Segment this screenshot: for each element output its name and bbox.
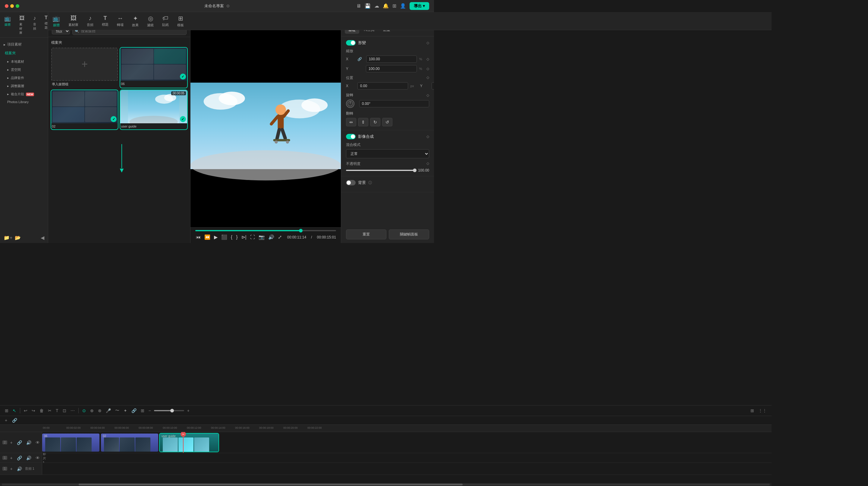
blend-label: 混合模式: [346, 142, 429, 147]
scale-y-input[interactable]: [366, 65, 417, 72]
media-item-userguide[interactable]: 00:00:05 ✓ user guide: [120, 90, 187, 129]
export-button[interactable]: 導出 ▾: [410, 2, 429, 10]
opacity-diamond[interactable]: ◇: [427, 161, 429, 166]
top-tab-effect[interactable]: ✦ 效果: [128, 12, 143, 30]
media-item-02[interactable]: ✓ 02: [51, 90, 118, 129]
lock-icon[interactable]: 🔗: [358, 57, 362, 61]
pos-y-input[interactable]: [432, 82, 434, 90]
skip-back-button[interactable]: ⏮: [195, 234, 201, 241]
maximize-button[interactable]: [16, 4, 19, 8]
background-title: 背景 ⓘ: [346, 180, 372, 185]
rotation-wheel[interactable]: [346, 99, 354, 108]
user-avatar[interactable]: 👤: [400, 3, 406, 9]
svg-point-17: [275, 141, 278, 144]
step-back-button[interactable]: ⏪: [204, 234, 211, 241]
rotation-diamond[interactable]: ◇: [427, 93, 429, 97]
scale-y-unit: %: [419, 67, 424, 70]
more-controls-button[interactable]: ⤢: [277, 234, 282, 241]
pos-x-input[interactable]: [358, 82, 408, 90]
tab-audio[interactable]: ♪ 音頻: [29, 14, 40, 36]
rotate-ccw-button[interactable]: ↺: [382, 118, 393, 126]
preview-panel: 播放器 最高品質 🖼: [190, 12, 341, 243]
label-ug: user guide: [120, 123, 187, 129]
scale-y-diamond[interactable]: ◇: [427, 67, 429, 71]
fullscreen-button[interactable]: ⛶: [250, 234, 255, 241]
mark-out-button[interactable]: }: [236, 234, 238, 241]
top-media-icon: 📺: [53, 15, 60, 22]
progress-bar[interactable]: [195, 230, 336, 231]
audio-button[interactable]: 🔊: [268, 234, 275, 241]
right-footer: 重置 關鍵幀面板: [341, 226, 434, 243]
background-toggle[interactable]: [346, 180, 355, 185]
top-tab-sticker[interactable]: 🏷 貼紙: [158, 12, 173, 30]
import-drop-zone[interactable]: +: [51, 48, 118, 81]
nav-item-cloud[interactable]: ▸ 雲空間: [0, 66, 48, 74]
rotation-input[interactable]: [359, 100, 429, 107]
cloud-icon[interactable]: ☁: [374, 3, 379, 9]
minimize-button[interactable]: [10, 4, 14, 8]
progress-knob[interactable]: [299, 229, 303, 233]
nav-item-composite[interactable]: ▸ 複合片段 NEW: [0, 90, 48, 98]
top-tab-assets[interactable]: 🖼 素材庫: [64, 12, 83, 30]
import-folder-icon[interactable]: 📂: [15, 235, 21, 241]
chevron-right-icon: ▸: [7, 84, 9, 88]
media-item-import[interactable]: + 導入媒體檔: [51, 48, 118, 88]
transform-diamond[interactable]: ◇: [427, 41, 429, 45]
mark-in-button[interactable]: {: [230, 234, 233, 241]
position-diamond[interactable]: ◇: [427, 75, 429, 81]
thumb-ug: 00:00:05 ✓: [120, 90, 187, 123]
close-button[interactable]: [5, 4, 8, 8]
tab-assets[interactable]: 🖼 素材庫: [15, 14, 29, 36]
flip-vertical-button[interactable]: ⇕: [358, 118, 368, 126]
pos-x-unit: px: [410, 84, 415, 88]
thumb-02: ✓: [51, 90, 118, 123]
top-tab-template[interactable]: ⊞ 模板: [173, 12, 188, 30]
media-item-06[interactable]: ✓ 06: [120, 48, 187, 88]
opacity-slider[interactable]: [346, 170, 415, 171]
rotation-section: 旋轉 ◇: [346, 93, 429, 108]
rotate-cw-button[interactable]: ↻: [370, 118, 380, 126]
monitor-icon[interactable]: 🖥: [356, 3, 361, 9]
save-icon[interactable]: 💾: [365, 3, 371, 9]
add-folder-icon[interactable]: 📁+: [4, 235, 12, 241]
composite-toggle[interactable]: [346, 134, 355, 139]
reset-button[interactable]: 重置: [346, 230, 386, 239]
titlebar-center: 未命名專案 ⊙: [204, 3, 230, 9]
top-media-toolbar: 📺 媒體 🖼 素材庫 ♪ 音頻 T 標題 ↔ 轉場 ✦ 效果 ◎ 濾鏡 🏷: [48, 12, 434, 30]
opacity-section: 不透明度 ◇ 100.00: [346, 161, 429, 173]
snapshot-button[interactable]: 📷: [258, 234, 265, 241]
new-badge: NEW: [26, 93, 34, 96]
top-tab-media[interactable]: 📺 媒體: [48, 12, 64, 30]
scale-x-input[interactable]: [366, 56, 417, 63]
top-tab-title[interactable]: T 標題: [98, 12, 113, 30]
scale-x-diamond[interactable]: ◇: [427, 57, 429, 61]
top-tab-transition[interactable]: ↔ 轉場: [113, 12, 128, 30]
collapse-icon[interactable]: ◀: [41, 235, 44, 241]
nav-folder[interactable]: 檔案夾: [0, 49, 48, 58]
flip-horizontal-button[interactable]: ⇔: [346, 118, 356, 126]
nav-item-adjust[interactable]: ▸ 調整圖層: [0, 82, 48, 90]
top-tab-audio[interactable]: ♪ 音頻: [83, 12, 98, 30]
composite-diamond[interactable]: ◇: [427, 134, 429, 139]
insert-button[interactable]: ⊳|: [241, 234, 247, 241]
transform-toggle[interactable]: [346, 40, 355, 45]
nav-section-project[interactable]: ▸ 項目素材: [0, 40, 48, 49]
top-filter-icon: ◎: [148, 15, 153, 22]
keyframe-panel-button[interactable]: 關鍵幀面板: [389, 230, 429, 239]
blend-select[interactable]: 正常: [346, 149, 429, 158]
bell-icon[interactable]: 🔔: [383, 3, 389, 9]
top-tab-filter[interactable]: ◎ 濾鏡: [143, 12, 158, 30]
play-button[interactable]: ▶: [213, 234, 218, 241]
nav-item-local[interactable]: ▸ 本地素材: [0, 58, 48, 66]
total-time: 00:00:15:01: [317, 235, 336, 239]
nav-item-brand[interactable]: ▸ 品牌套件: [0, 74, 48, 82]
stop-button[interactable]: ⬛: [221, 234, 228, 241]
background-info-icon[interactable]: ⓘ: [368, 180, 372, 185]
grid-icon[interactable]: ⊞: [393, 3, 396, 9]
current-time: 00:00:11:14: [287, 235, 306, 239]
nav-item-photos[interactable]: Photos Library: [0, 98, 48, 105]
top-effect-icon: ✦: [133, 15, 138, 22]
tab-media[interactable]: 📺 媒體: [0, 14, 15, 36]
title-icon: T: [44, 15, 48, 21]
titlebar: 未命名專案 ⊙ 🖥 💾 ☁ 🔔 ⊞ 👤 導出 ▾: [0, 0, 434, 12]
